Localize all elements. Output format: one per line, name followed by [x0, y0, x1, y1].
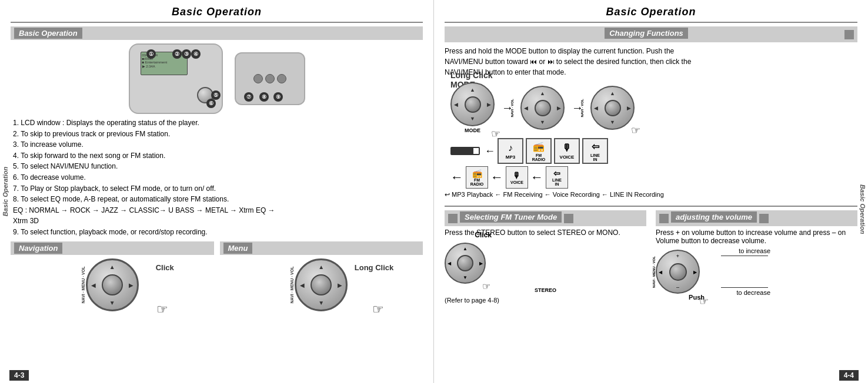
nav-dial-down-arrow: ▼: [109, 300, 115, 306]
func-icon-voice: 🎙 VOICE: [554, 138, 580, 164]
nav-hand-cursor: ☞: [156, 302, 168, 317]
navigation-section-bar: Navigation: [11, 241, 214, 255]
navi-click-right: ▶: [627, 105, 631, 111]
stereo-dial-down: ▼: [463, 275, 468, 280]
device-area: 034 02:34 ■iRiver ■ Entertainment ▶ 2:34…: [11, 43, 423, 114]
sidebar-right-container: Basic Operation: [857, 192, 868, 199]
menu-hand-cursor: ☞: [372, 302, 384, 317]
changing-functions-section: Changing Functions Press and hold the MO…: [445, 26, 857, 202]
func-icon-voice-small: 🎙 VOICE: [506, 166, 528, 189]
callout-1: ①: [146, 49, 156, 59]
mode-dial-container: Long Click MODE ▲ ▼ ◀ ▶ MODE ☞: [450, 82, 495, 133]
stereo-hand: ☞: [482, 281, 490, 292]
func-arrow-left: ←: [485, 145, 495, 157]
nav-menu-row: Navigation NAVI · MENU · VOL ▲ ▼ ◀ ▶ Cl: [11, 241, 423, 311]
main-device-container: 034 02:34 ■iRiver ■ Entertainment ▶ 2:34…: [129, 43, 223, 114]
mode-flow-row: Long Click MODE ▲ ▼ ◀ ▶ MODE ☞ → NAVI · …: [445, 82, 857, 133]
nav-dial: ▲ ▼ ◀ ▶: [86, 258, 139, 311]
function-icons-bottom: ← 📻 FMRADIO ← 🎙 VOICE ← ⇦ LINEIN: [450, 166, 857, 189]
left-page: Basic Operation Basic Operation Basic Op…: [0, 0, 434, 383]
feature-list: 1. LCD window : Displays the operating s…: [13, 117, 423, 238]
sidebar-label-left: Basic Operation: [2, 167, 9, 216]
mode-label: MODE: [450, 127, 495, 133]
fm-radio-small-symbol: 📻: [472, 169, 482, 178]
func-icon-line-in: ⇦ LINEIN: [582, 138, 608, 164]
func-icon-fm-radio: 📻 FMRADIO: [526, 138, 552, 164]
menu-dial-inner: [311, 274, 332, 295]
mode-dial-right: ▶: [487, 102, 491, 107]
side-btn-8: [265, 74, 275, 83]
callout-4: ④: [191, 49, 201, 59]
nav-dial-up-arrow: ▲: [109, 264, 115, 270]
fm-tuner-header: Selecting FM Tuner Mode: [460, 211, 562, 223]
stereo-dial: ▲ ▼ ◀ ▶: [445, 243, 486, 284]
bottom-sections: Selecting FM Tuner Mode Press the STEREO…: [445, 210, 857, 304]
voice-label: VOICE: [560, 154, 575, 160]
stereo-dial-right: ▶: [479, 261, 483, 266]
left-page-title: Basic Operation: [11, 6, 423, 18]
menu-section: Menu NAVI · MENU · VOL ▲ ▼ ◀ ▶ Long Clic…: [220, 241, 423, 311]
callout-9: ⑨: [273, 92, 283, 102]
stereo-dial-left: ◀: [448, 261, 451, 266]
navi-dial-cf: ▲ ▼ ◀ ▶: [520, 86, 565, 130]
navi-click-up: ▲: [610, 90, 615, 96]
menu-header: Menu: [223, 243, 253, 254]
playback-text: ↩ MP3 Playback ← FM Receiving ← Voice Re…: [445, 191, 857, 199]
func-icon-line-in-small: ⇦ LINEIN: [546, 166, 568, 189]
navi-click-inner: [605, 100, 621, 116]
nav-click-label: Click: [156, 263, 174, 272]
stereo-dial-container: ▲ ▼ ◀ ▶ Click ☞: [445, 240, 486, 286]
to-decrease-line: [721, 287, 768, 288]
side-device-buttons: [253, 74, 286, 83]
navi-vol-label-2: NAVI · VOL: [580, 99, 584, 117]
menu-long-click-label: Long Click: [355, 263, 393, 272]
volume-header: adjusting the volume: [671, 211, 757, 223]
basic-operation-section-bar: Basic Operation: [11, 26, 423, 40]
voice-small-label: VOICE: [510, 180, 523, 184]
battery-bar: [450, 147, 480, 155]
vol-start-marker: [659, 214, 669, 223]
navi-click-hand: ☞: [631, 124, 640, 137]
navi-click-down: ▼: [610, 119, 615, 125]
func-icon-fm-radio-small: 📻 FMRADIO: [466, 166, 488, 189]
changing-functions-header: Changing Functions: [605, 28, 688, 39]
callout-3: ③: [182, 49, 191, 59]
nav-dial-inner: [102, 274, 123, 295]
feature-5: 5. To select NAVI/MENU function.: [13, 161, 423, 172]
right-page-number: 4-4: [839, 370, 859, 381]
func-arrow-left-3: ←: [490, 170, 503, 185]
stereo-dial-up: ▲: [463, 246, 468, 251]
feature-6: 6. To decrease volume.: [13, 172, 423, 183]
menu-dial-wrapper: NAVI · MENU · VOL ▲ ▼ ◀ ▶ Long Click ☞: [295, 258, 348, 311]
vol-dial-inner: [669, 263, 687, 281]
vol-dial-up: +: [676, 253, 679, 259]
mode-dial-left: ◀: [454, 102, 458, 107]
line-in-label: LINEIN: [590, 153, 600, 162]
menu-dial-up-arrow: ▲: [318, 264, 324, 270]
mp3-symbol: ♪: [508, 143, 513, 153]
right-page-title: Basic Operation: [445, 6, 857, 18]
navi-vol-label: NAVI · VOL: [510, 99, 514, 117]
fm-tuner-end-marker: [564, 214, 573, 223]
mode-dial: ▲ ▼ ◀ ▶: [450, 82, 495, 126]
nav-dial-label-left: NAVI · MENU · VOL: [81, 266, 85, 303]
side-btn-7: [253, 74, 263, 83]
menu-dial-left-arrow: ◀: [300, 281, 305, 288]
vol-dial-left-arrow: ◀: [659, 269, 662, 274]
nav-dial-right-arrow: ▶: [129, 281, 133, 288]
side-device-container: ⑦ ⑧ ⑨: [235, 52, 305, 105]
feature-7: 7. To Play or Stop playback, to select F…: [13, 183, 423, 194]
voice-symbol: 🎙: [562, 143, 572, 153]
refer-text: (Refer to page 4-8): [445, 297, 646, 304]
fm-radio-small-label: FMRADIO: [470, 178, 484, 186]
to-decrease-label: to decrease: [737, 289, 770, 296]
cf-text-1: Press and hold the MODE button to displa…: [445, 46, 857, 56]
nav-dial-container: NAVI · MENU · VOL ▲ ▼ ◀ ▶ Click ☞: [11, 258, 214, 311]
navigation-section: Navigation NAVI · MENU · VOL ▲ ▼ ◀ ▶ Cl: [11, 241, 214, 311]
feature-1: 1. LCD window : Displays the operating s…: [13, 117, 423, 129]
menu-dial-right-arrow: ▶: [338, 281, 342, 288]
mode-dial-down: ▼: [470, 116, 475, 122]
feature-8a: 8. To select EQ mode, A-B repeat, or aut…: [13, 194, 423, 205]
func-arrow-left-4: ←: [530, 170, 543, 185]
stereo-click-label: Click: [475, 231, 492, 239]
